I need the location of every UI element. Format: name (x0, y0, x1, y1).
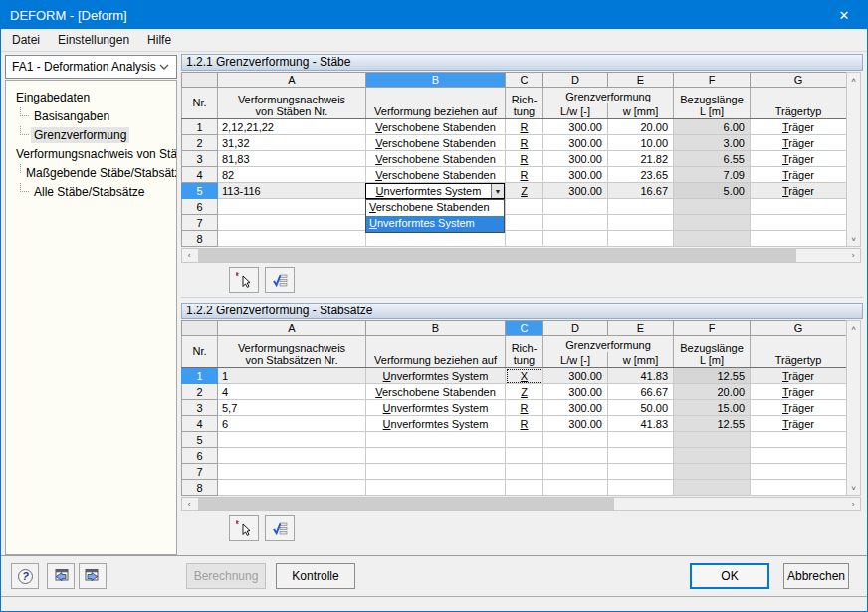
column-letter-c[interactable]: C (506, 73, 543, 88)
cell-b-5[interactable] (366, 432, 506, 448)
cell-e-1[interactable]: 41.83 (608, 368, 674, 384)
cell-e-4[interactable]: 41.83 (608, 416, 674, 432)
cell-e-6[interactable] (608, 448, 674, 464)
combobox-dropdown-icon[interactable]: ▼ (491, 184, 504, 198)
next-table-button[interactable] (79, 563, 107, 589)
cell-d-4[interactable]: 300.00 (543, 167, 608, 183)
cell-a-6[interactable] (218, 199, 366, 215)
row-number-3[interactable]: 3 (182, 151, 218, 167)
sidebar-item-maßgebende-stäbe-stabsätze[interactable]: Maßgebende Stäbe/Stabsätze (6, 163, 176, 182)
cell-g-6[interactable] (751, 448, 847, 464)
column-letter-a[interactable]: A (218, 321, 366, 336)
check-values-button[interactable] (265, 515, 295, 541)
cell-f-6[interactable] (674, 448, 751, 464)
cell-c-4[interactable]: R (506, 416, 543, 432)
cell-f-2[interactable]: 3.00 (674, 135, 751, 151)
cell-a-5[interactable]: 113-116 (218, 183, 366, 199)
cell-g-1[interactable]: Träger (751, 119, 847, 135)
cell-b-3[interactable]: Verschobene Stabenden (366, 151, 506, 167)
cell-c-4[interactable]: R (506, 167, 543, 183)
cell-f-5[interactable] (674, 432, 751, 448)
cell-e-1[interactable]: 20.00 (608, 119, 674, 135)
scroll-up-icon[interactable]: ˄ (847, 321, 860, 335)
row-number-6[interactable]: 6 (182, 199, 218, 215)
cell-b-3[interactable]: Unverformtes System (366, 400, 506, 416)
cell-e-8[interactable] (608, 480, 674, 496)
sidebar-item-grenzverformung[interactable]: Grenzverformung (6, 125, 176, 144)
cell-e-3[interactable]: 50.00 (608, 400, 674, 416)
cell-a-1[interactable]: 2,12,21,22 (218, 119, 366, 135)
horizontal-scrollbar[interactable]: ‹ › (181, 497, 861, 511)
cell-f-6[interactable] (674, 199, 751, 215)
cell-a-4[interactable]: 82 (218, 167, 366, 183)
kontrolle-button[interactable]: Kontrolle (276, 563, 355, 589)
cell-c-2[interactable]: Z (506, 384, 543, 400)
cell-c-6[interactable] (506, 199, 543, 215)
cell-a-7[interactable] (218, 215, 366, 231)
cell-g-5[interactable] (751, 432, 847, 448)
cell-g-4[interactable]: Träger (751, 416, 847, 432)
cell-f-8[interactable] (674, 480, 751, 496)
column-letter-f[interactable]: F (674, 321, 751, 336)
cell-f-7[interactable] (674, 464, 751, 480)
cell-f-1[interactable]: 12.55 (674, 368, 751, 384)
scroll-left-icon[interactable]: ‹ (182, 498, 196, 510)
cell-e-2[interactable]: 66.67 (608, 384, 674, 400)
cell-a-2[interactable]: 4 (218, 384, 366, 400)
cell-c-7[interactable] (506, 215, 543, 231)
cell-a-3[interactable]: 81,83 (218, 151, 366, 167)
row-number-4[interactable]: 4 (182, 416, 218, 432)
cell-f-3[interactable]: 15.00 (674, 400, 751, 416)
column-letter-b[interactable]: B (366, 73, 506, 88)
column-letter-d[interactable]: D (543, 321, 608, 336)
scrollbar-thumb[interactable] (198, 498, 614, 510)
cell-a-3[interactable]: 5,7 (218, 400, 366, 416)
cell-g-8[interactable] (751, 480, 847, 496)
cell-b-6[interactable] (366, 448, 506, 464)
scroll-left-icon[interactable]: ‹ (182, 249, 196, 262)
row-number-5[interactable]: 5 (182, 183, 218, 199)
column-letter-e[interactable]: E (608, 73, 674, 88)
cell-d-5[interactable] (543, 432, 608, 448)
cell-a-4[interactable]: 6 (218, 416, 366, 432)
cell-b-2[interactable]: Verschobene Stabenden (366, 384, 506, 400)
cell-d-2[interactable]: 300.00 (543, 135, 608, 151)
cell-b-1[interactable]: Unverformtes System (366, 368, 506, 384)
cell-c-6[interactable] (506, 448, 543, 464)
verformung-combobox[interactable]: Unverformtes System ▼ (365, 183, 505, 199)
cell-g-8[interactable] (751, 231, 847, 247)
berechnung-button[interactable]: Berechnung (186, 563, 266, 589)
cell-c-3[interactable]: R (506, 151, 543, 167)
cell-d-2[interactable]: 300.00 (543, 384, 608, 400)
sidebar-item-basisangaben[interactable]: Basisangaben (6, 106, 176, 125)
cell-d-7[interactable] (543, 464, 608, 480)
cell-c-5[interactable]: Z (506, 183, 543, 199)
select-members-button[interactable]: * (229, 267, 259, 293)
cell-e-7[interactable] (608, 464, 674, 480)
cell-g-7[interactable] (751, 215, 847, 231)
cell-d-4[interactable]: 300.00 (543, 416, 608, 432)
scroll-down-icon[interactable]: ˅ (847, 481, 860, 495)
cell-c-2[interactable]: R (506, 135, 543, 151)
vertical-scrollbar[interactable]: ˄ ˅ (846, 320, 861, 496)
previous-table-button[interactable] (47, 563, 75, 589)
cell-a-8[interactable] (218, 480, 366, 496)
help-button[interactable]: ? (11, 563, 39, 589)
cell-f-5[interactable]: 5.00 (674, 183, 751, 199)
cell-e-5[interactable]: 16.67 (608, 183, 674, 199)
sidebar-item-verformungsnachweis-von-stäben[interactable]: Verformungsnachweis von Stäben (6, 144, 176, 163)
cell-c-8[interactable] (506, 480, 543, 496)
cell-e-5[interactable] (608, 432, 674, 448)
cell-g-1[interactable]: Träger (751, 368, 847, 384)
cell-f-7[interactable] (674, 215, 751, 231)
cell-b-8[interactable] (366, 480, 506, 496)
row-number-5[interactable]: 5 (182, 432, 218, 448)
cell-e-4[interactable]: 23.65 (608, 167, 674, 183)
horizontal-scrollbar[interactable]: ‹ › (181, 248, 861, 263)
cell-b-4[interactable]: Verschobene Stabenden (366, 167, 506, 183)
menu-datei[interactable]: Datei (3, 30, 49, 50)
column-letter-d[interactable]: D (543, 73, 608, 88)
cell-e-2[interactable]: 10.00 (608, 135, 674, 151)
cell-b-4[interactable]: Unverformtes System (366, 416, 506, 432)
cell-d-1[interactable]: 300.00 (543, 368, 608, 384)
